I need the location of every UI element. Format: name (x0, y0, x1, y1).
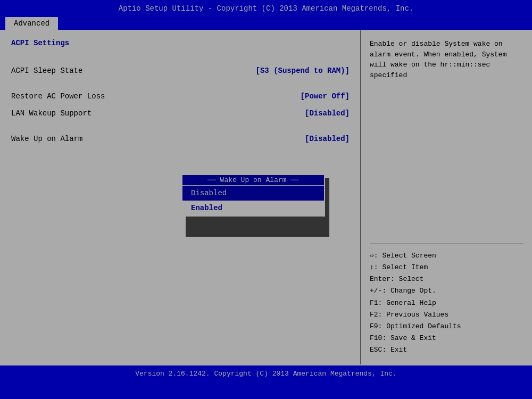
tab-advanced[interactable]: Advanced (5, 17, 58, 30)
setting-row-acpi-sleep: ACPI Sleep State [S3 (Suspend to RAM)] (11, 66, 350, 75)
title-bar: Aptio Setup Utility - Copyright (C) 2013… (0, 0, 532, 17)
section-title: ACPI Settings (11, 39, 350, 47)
key-f1: F1: General Help (370, 297, 523, 309)
key-f2: F2: Previous Values (370, 309, 523, 321)
popup-title: Wake Up on Alarm (182, 175, 324, 186)
popup-item-disabled[interactable]: Disabled (182, 186, 324, 201)
popup-overlay: Wake Up on Alarm Disabled Enabled (181, 174, 325, 217)
acpi-sleep-label: ACPI Sleep State (11, 66, 82, 75)
key-f10: F10: Save & Exit (370, 332, 523, 344)
setting-row-wake-alarm: Wake Up on Alarm [Disabled] (11, 135, 350, 143)
popup-item-enabled[interactable]: Enabled (182, 201, 324, 215)
setting-row-lan-wakeup: LAN Wakeup Support [Disabled] (11, 109, 350, 118)
title-text: Aptio Setup Utility - Copyright (C) 2013… (119, 4, 414, 13)
tab-row: Advanced (0, 17, 532, 30)
wake-alarm-label: Wake Up on Alarm (11, 135, 82, 143)
key-esc: ESC: Exit (370, 344, 523, 356)
main-content: ACPI Settings ACPI Sleep State [S3 (Susp… (0, 30, 532, 365)
key-select-screen: ⇔: Select Screen (370, 250, 523, 262)
key-help: ⇔: Select Screen ↕: Select Item Enter: S… (370, 250, 523, 356)
lan-wakeup-label: LAN Wakeup Support (11, 109, 92, 118)
key-enter: Enter: Select (370, 273, 523, 285)
key-change-opt: +/-: Change Opt. (370, 285, 523, 297)
key-f9: F9: Optimized Defaults (370, 321, 523, 332)
help-text: Enable or disable System wake on alarm e… (370, 39, 523, 244)
lan-wakeup-value[interactable]: [Disabled] (305, 109, 350, 118)
acpi-sleep-value[interactable]: [S3 (Suspend to RAM)] (256, 66, 350, 75)
setting-row-restore-ac: Restore AC Power Loss [Power Off] (11, 92, 350, 101)
key-select-item: ↕: Select Item (370, 262, 523, 273)
right-panel: Enable or disable System wake on alarm e… (361, 30, 531, 364)
footer: Version 2.16.1242. Copyright (C) 2013 Am… (0, 365, 532, 382)
popup-box: Wake Up on Alarm Disabled Enabled (181, 174, 325, 217)
restore-ac-label: Restore AC Power Loss (11, 92, 105, 101)
left-panel: ACPI Settings ACPI Sleep State [S3 (Susp… (1, 30, 361, 364)
wake-alarm-value[interactable]: [Disabled] (305, 135, 350, 143)
footer-text: Version 2.16.1242. Copyright (C) 2013 Am… (135, 370, 396, 378)
restore-ac-value[interactable]: [Power Off] (301, 92, 350, 101)
